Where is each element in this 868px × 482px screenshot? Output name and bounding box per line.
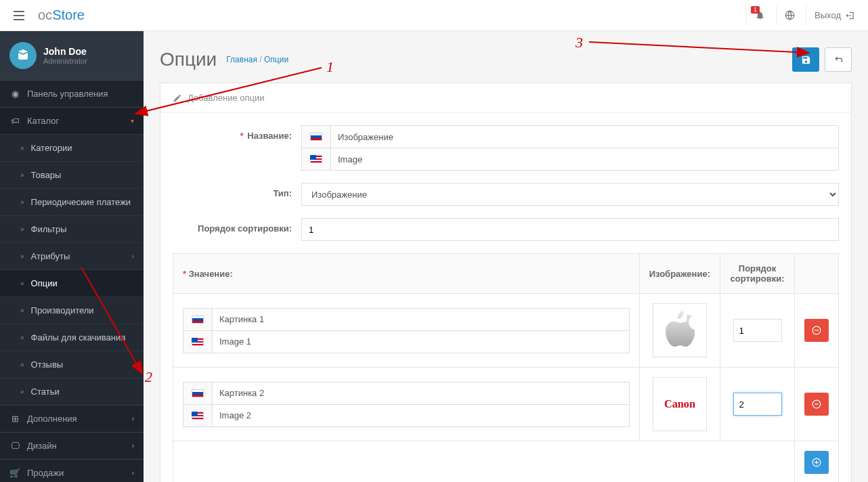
breadcrumb-home[interactable]: Главная bbox=[226, 55, 257, 64]
flag-en-addon bbox=[301, 148, 331, 171]
nav-products[interactable]: »Товары bbox=[0, 161, 144, 188]
avatar bbox=[9, 42, 37, 69]
flag-ru-addon bbox=[301, 125, 331, 148]
canon-logo-icon: Canon bbox=[655, 396, 705, 412]
input-value-en-0[interactable] bbox=[213, 330, 630, 353]
chevron-down-icon: ▾ bbox=[131, 117, 134, 125]
dashboard-icon: ◉ bbox=[9, 89, 20, 99]
input-value-en-1[interactable] bbox=[213, 404, 630, 427]
user-name: John Doe bbox=[43, 46, 87, 57]
menu-toggle-button[interactable] bbox=[5, 5, 32, 26]
chevron-icon: » bbox=[20, 198, 24, 206]
breadcrumb: Главная / Опции bbox=[226, 55, 288, 64]
nav-reviews[interactable]: »Отзывы bbox=[0, 351, 144, 378]
nav-filters[interactable]: »Фильтры bbox=[0, 215, 144, 242]
globe-icon bbox=[785, 10, 795, 20]
nav-attributes[interactable]: »Атрибуты› bbox=[0, 242, 144, 269]
label-type: Тип: bbox=[173, 183, 301, 198]
table-row bbox=[173, 294, 839, 368]
panel: Добавление опции * Название: bbox=[160, 83, 852, 482]
puzzle-icon: ⊞ bbox=[9, 414, 20, 424]
user-role: Administrator bbox=[43, 57, 87, 65]
tag-icon: 🏷 bbox=[9, 116, 20, 126]
input-row-sort-0[interactable] bbox=[733, 319, 782, 342]
nav-dashboard[interactable]: ◉ Панель управления bbox=[0, 80, 144, 107]
nav-extensions[interactable]: ⊞Дополнения› bbox=[0, 405, 144, 432]
notifications-button[interactable]: 1 bbox=[746, 5, 773, 26]
row-type: Тип: Изображение bbox=[173, 183, 839, 206]
content-area: Опции Главная / Опции Добавление опции bbox=[144, 31, 868, 482]
chevron-icon: » bbox=[20, 253, 24, 260]
logo-store: Store bbox=[52, 7, 85, 22]
chevron-right-icon: › bbox=[132, 442, 134, 450]
logout-button[interactable]: Выход bbox=[806, 5, 863, 26]
flag-en-icon bbox=[310, 155, 322, 163]
input-value-ru-0[interactable] bbox=[213, 308, 630, 331]
nav-manufacturers[interactable]: »Производители bbox=[0, 297, 144, 324]
chevron-icon: » bbox=[20, 280, 24, 287]
select-type[interactable]: Изображение bbox=[301, 183, 839, 206]
nav-catalog-submenu: »Категории »Товары »Периодические платеж… bbox=[0, 134, 144, 405]
logo[interactable]: ocStore bbox=[38, 7, 85, 23]
nav-sales[interactable]: 🛒Продажи› bbox=[0, 459, 144, 482]
store-front-button[interactable] bbox=[776, 5, 803, 26]
minus-icon bbox=[812, 399, 821, 409]
label-sort: Порядок сортировки: bbox=[173, 218, 301, 234]
topbar: ocStore 1 Выход bbox=[0, 0, 868, 31]
chevron-right-icon: › bbox=[132, 415, 134, 422]
save-button[interactable] bbox=[792, 47, 819, 72]
chevron-right-icon: › bbox=[132, 253, 134, 260]
chevron-icon: » bbox=[20, 361, 24, 368]
breadcrumb-current[interactable]: Опции bbox=[264, 55, 288, 64]
input-row-sort-1[interactable] bbox=[733, 393, 782, 416]
th-action bbox=[795, 254, 839, 294]
image-thumb-0[interactable] bbox=[653, 303, 707, 357]
cancel-button[interactable] bbox=[825, 47, 852, 72]
nav-dashboard-label: Панель управления bbox=[27, 89, 134, 99]
row-sort: Порядок сортировки: bbox=[173, 218, 839, 241]
panel-heading: Добавление опции bbox=[160, 83, 851, 113]
flag-ru-icon bbox=[192, 315, 204, 324]
nav-options[interactable]: »Опции bbox=[0, 269, 144, 297]
nav-design[interactable]: 🖵Дизайн› bbox=[0, 432, 144, 459]
input-name-ru[interactable] bbox=[331, 125, 839, 148]
user-block: John Doe Administrator bbox=[0, 31, 144, 80]
label-name: * Название: bbox=[173, 125, 301, 141]
cart-icon: 🛒 bbox=[9, 468, 20, 478]
chevron-icon: » bbox=[20, 334, 24, 341]
input-sort[interactable] bbox=[301, 218, 839, 241]
svg-rect-2 bbox=[14, 19, 24, 20]
chevron-icon: » bbox=[20, 307, 24, 314]
table-row-add bbox=[173, 441, 839, 483]
input-name-en[interactable] bbox=[331, 148, 839, 171]
logo-oc: oc bbox=[38, 7, 52, 22]
svg-rect-5 bbox=[815, 330, 819, 330]
table-row: Canon bbox=[173, 368, 839, 441]
page-title: Опции bbox=[160, 49, 217, 70]
image-thumb-1[interactable]: Canon bbox=[653, 377, 707, 431]
input-value-ru-1[interactable] bbox=[213, 382, 630, 405]
nav-catalog[interactable]: 🏷 Каталог ▾ bbox=[0, 107, 144, 134]
chevron-icon: » bbox=[20, 144, 24, 152]
svg-rect-1 bbox=[14, 15, 24, 16]
th-sort: Порядок сортировки: bbox=[720, 254, 795, 294]
svg-rect-8 bbox=[815, 403, 819, 404]
remove-row-button-0[interactable] bbox=[804, 319, 829, 342]
th-image: Изображение: bbox=[639, 254, 720, 294]
page-header: Опции Главная / Опции bbox=[160, 47, 852, 72]
nav-catalog-label: Каталог bbox=[27, 116, 124, 126]
nav-categories[interactable]: »Категории bbox=[0, 134, 144, 161]
plus-icon bbox=[812, 458, 821, 467]
logout-label: Выход bbox=[815, 10, 841, 20]
add-row-button[interactable] bbox=[804, 451, 829, 474]
pencil-icon bbox=[173, 93, 182, 103]
panel-heading-text: Добавление опции bbox=[188, 93, 265, 103]
save-icon bbox=[801, 55, 811, 65]
remove-row-button-1[interactable] bbox=[804, 393, 829, 416]
nav-recurring[interactable]: »Периодические платежи bbox=[0, 188, 144, 215]
nav-articles[interactable]: »Статьи bbox=[0, 378, 144, 405]
chevron-icon: » bbox=[20, 171, 24, 179]
nav-downloads[interactable]: »Файлы для скачивания bbox=[0, 324, 144, 351]
svg-rect-11 bbox=[816, 460, 817, 464]
flag-en-icon bbox=[192, 412, 204, 420]
